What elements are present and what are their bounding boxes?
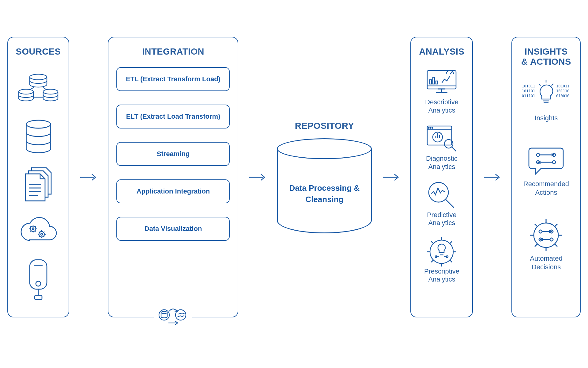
svg-line-69 bbox=[431, 241, 433, 243]
insights-panel: INSIGHTS & ACTIONS 101011 101101 011101 … bbox=[511, 37, 581, 317]
wave-magnifier-icon bbox=[426, 180, 457, 209]
arrow-icon bbox=[483, 171, 501, 183]
svg-text:011101: 011101 bbox=[522, 94, 535, 98]
svg-line-28 bbox=[43, 236, 44, 237]
svg-rect-35 bbox=[35, 295, 42, 300]
sources-title: SOURCES bbox=[16, 47, 61, 57]
svg-line-20 bbox=[35, 226, 36, 227]
svg-line-29 bbox=[39, 236, 40, 237]
svg-line-63 bbox=[446, 199, 454, 208]
repository-cylinder: Data Processing & Cleansing bbox=[277, 138, 372, 233]
transform-flow-icon bbox=[154, 305, 192, 327]
database-cluster-icon bbox=[17, 67, 60, 112]
analysis-label: Diagnostic Analytics bbox=[419, 155, 464, 171]
svg-point-55 bbox=[432, 128, 433, 128]
insights-label: Automated Decisions bbox=[520, 254, 572, 271]
svg-point-53 bbox=[428, 128, 429, 128]
svg-text:101011: 101011 bbox=[556, 84, 569, 88]
dashboard-icon bbox=[425, 67, 458, 96]
svg-line-97 bbox=[535, 224, 537, 227]
svg-point-104 bbox=[550, 238, 553, 241]
analysis-label: Predictive Analytics bbox=[419, 211, 464, 227]
svg-point-88 bbox=[537, 153, 540, 156]
pipeline-diagram: SOURCES bbox=[18, 37, 570, 317]
integration-method-elt: ELT (Extract Load Transform) bbox=[116, 105, 230, 128]
gear-flow-icon bbox=[528, 218, 564, 252]
integration-method-streaming: Streaming bbox=[116, 142, 230, 166]
svg-point-54 bbox=[430, 128, 431, 128]
analysis-label: Prescriptive Analytics bbox=[419, 267, 464, 284]
arrow-icon bbox=[382, 171, 400, 183]
repository-title: REPOSITORY bbox=[295, 121, 354, 131]
svg-line-100 bbox=[555, 224, 557, 227]
svg-point-12 bbox=[32, 228, 34, 230]
integration-title: INTEGRATION bbox=[142, 47, 204, 57]
bulb-binary-icon: 101011 101101 011101 101011 101110 01001… bbox=[520, 78, 572, 111]
svg-line-17 bbox=[30, 226, 31, 227]
svg-line-30 bbox=[43, 232, 44, 232]
svg-text:101101: 101101 bbox=[522, 89, 535, 93]
insights-item-recommended: Recommended Actions bbox=[520, 144, 572, 197]
insights-item-automated: Automated Decisions bbox=[520, 218, 572, 271]
svg-point-2 bbox=[43, 89, 58, 94]
svg-point-64 bbox=[430, 240, 453, 263]
repository-body-text: Data Processing & Cleansing bbox=[287, 182, 362, 205]
cloud-gears-icon bbox=[18, 210, 59, 254]
database-icon bbox=[24, 115, 53, 159]
documents-icon bbox=[22, 162, 55, 207]
analysis-title: ANALYSIS bbox=[419, 47, 464, 57]
integration-panel: INTEGRATION ETL (Extract Transform Load)… bbox=[108, 37, 238, 317]
chat-flow-icon bbox=[528, 144, 564, 177]
server-icon bbox=[26, 257, 51, 301]
svg-text:101011: 101011 bbox=[522, 84, 535, 88]
svg-point-6 bbox=[26, 120, 51, 128]
svg-line-71 bbox=[431, 260, 433, 262]
chart-magnifier-icon bbox=[425, 124, 458, 153]
svg-text:101110: 101110 bbox=[556, 89, 569, 93]
svg-line-61 bbox=[452, 147, 456, 151]
svg-rect-48 bbox=[433, 77, 435, 84]
svg-line-98 bbox=[555, 244, 557, 247]
svg-point-1 bbox=[19, 89, 33, 94]
svg-line-81 bbox=[552, 84, 553, 86]
arrow-icon bbox=[80, 171, 97, 183]
svg-line-50 bbox=[450, 72, 452, 74]
svg-line-4 bbox=[43, 87, 47, 90]
insights-title: INSIGHTS & ACTIONS bbox=[520, 47, 572, 67]
insights-label: Recommended Actions bbox=[520, 180, 572, 197]
svg-rect-31 bbox=[30, 260, 47, 289]
svg-point-22 bbox=[41, 233, 43, 235]
svg-line-70 bbox=[450, 260, 452, 262]
svg-line-80 bbox=[539, 84, 541, 86]
integration-method-viz: Data Visualization bbox=[116, 217, 230, 241]
arrow-icon bbox=[249, 171, 266, 183]
integration-method-etl: ETL (Extract Transform Load) bbox=[116, 67, 230, 91]
svg-line-19 bbox=[30, 231, 31, 232]
svg-point-0 bbox=[30, 74, 47, 80]
svg-point-101 bbox=[539, 230, 542, 233]
svg-line-18 bbox=[35, 231, 36, 232]
svg-point-62 bbox=[429, 182, 448, 202]
svg-point-38 bbox=[161, 312, 167, 314]
analysis-item-predictive: Predictive Analytics bbox=[419, 180, 464, 227]
integration-method-app: Application Integration bbox=[116, 179, 230, 203]
analysis-label: Descriptive Analytics bbox=[419, 98, 464, 114]
svg-line-72 bbox=[450, 241, 452, 243]
svg-rect-49 bbox=[436, 81, 438, 84]
sources-panel: SOURCES bbox=[7, 37, 70, 317]
repository-panel: REPOSITORY Data Processing & Cleansing bbox=[277, 121, 372, 233]
svg-line-99 bbox=[535, 244, 537, 247]
svg-line-27 bbox=[39, 232, 40, 232]
analysis-item-prescriptive: Prescriptive Analytics bbox=[419, 236, 464, 284]
analysis-item-diagnostic: Diagnostic Analytics bbox=[419, 124, 464, 171]
analysis-panel: ANALYSIS Descriptive Analytics bbox=[410, 37, 473, 317]
insights-label: Insights bbox=[535, 114, 558, 122]
analysis-item-descriptive: Descriptive Analytics bbox=[419, 67, 464, 114]
gear-bulb-icon bbox=[425, 236, 458, 266]
svg-line-3 bbox=[30, 87, 34, 90]
insights-item-insights: 101011 101101 011101 101011 101110 01001… bbox=[520, 78, 572, 122]
svg-point-91 bbox=[552, 161, 556, 164]
svg-text:010010: 010010 bbox=[556, 94, 569, 98]
svg-point-33 bbox=[36, 281, 41, 286]
svg-rect-47 bbox=[430, 80, 432, 84]
